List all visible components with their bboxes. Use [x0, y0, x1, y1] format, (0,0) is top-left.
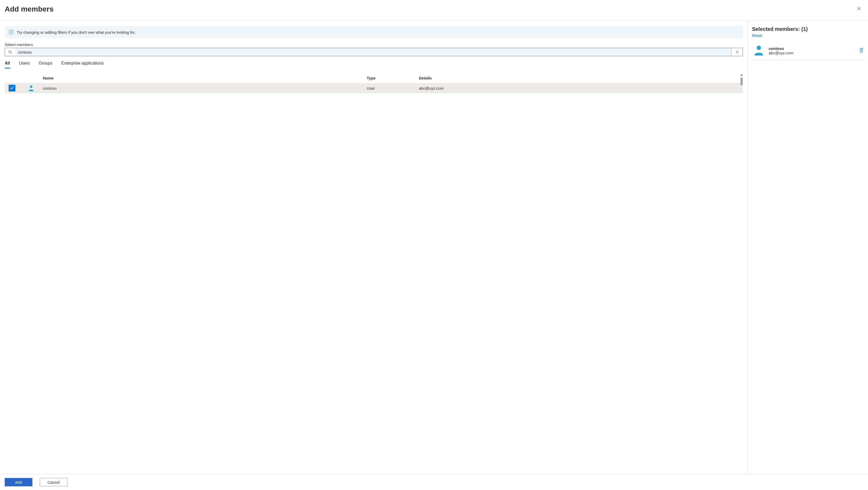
scroll-up-icon	[740, 74, 743, 76]
add-button[interactable]: Add	[5, 478, 32, 486]
row-name: contoso	[43, 86, 367, 90]
column-type: Type	[367, 76, 419, 80]
close-icon	[857, 7, 861, 12]
column-details: Details	[419, 76, 743, 80]
tab-all[interactable]: All	[5, 61, 10, 67]
selected-member-email: abc@xyz.com	[769, 51, 855, 55]
cancel-button[interactable]: Cancel	[40, 478, 67, 486]
clear-icon	[735, 50, 739, 54]
search-input[interactable]	[16, 48, 731, 56]
panel-footer: Add Cancel	[0, 474, 868, 490]
selected-member-item: contoso abc@xyz.com	[752, 42, 865, 60]
svg-point-0	[9, 51, 11, 53]
row-details: abc@xyz.com	[419, 86, 743, 90]
trash-icon	[859, 50, 864, 54]
user-avatar-icon	[19, 85, 43, 91]
clear-search-button[interactable]	[731, 48, 743, 56]
svg-point-2	[757, 46, 761, 50]
row-type: User	[367, 86, 419, 90]
close-button[interactable]	[855, 5, 863, 13]
results-area: Name Type Details	[5, 73, 743, 471]
user-avatar-icon	[753, 45, 765, 57]
reset-link[interactable]: Reset	[752, 33, 762, 38]
tab-users[interactable]: Users	[19, 61, 30, 67]
selected-member-name: contoso	[769, 46, 855, 51]
results-header-row: Name Type Details	[5, 73, 743, 83]
tab-enterprise-applications[interactable]: Enterprise applications	[61, 61, 104, 67]
svg-point-1	[30, 86, 32, 88]
info-message: Try changing or adding filters if you do…	[17, 30, 135, 34]
page-title: Add members	[5, 5, 54, 13]
search-label: Select members	[5, 42, 743, 47]
scroll-thumb[interactable]	[741, 78, 743, 85]
selected-members-title: Selected members: (1)	[752, 26, 865, 32]
search-pane: i Try changing or adding filters if you …	[0, 21, 748, 474]
info-icon: i	[9, 30, 13, 34]
search-field	[5, 48, 743, 56]
check-icon	[10, 86, 14, 91]
search-icon	[5, 48, 16, 56]
scrollbar[interactable]	[740, 73, 743, 471]
remove-member-button[interactable]	[859, 48, 864, 54]
filter-tabs: All Users Groups Enterprise applications	[5, 61, 743, 67]
panel-header: Add members	[0, 0, 868, 21]
active-tab-indicator	[5, 68, 10, 68]
info-banner: i Try changing or adding filters if you …	[5, 26, 743, 38]
row-checkbox[interactable]	[9, 85, 16, 91]
selected-pane: Selected members: (1) Reset contoso abc@…	[748, 21, 868, 474]
tab-groups[interactable]: Groups	[39, 61, 52, 67]
result-row[interactable]: contoso User abc@xyz.com	[5, 83, 743, 93]
column-name: Name	[43, 76, 367, 80]
